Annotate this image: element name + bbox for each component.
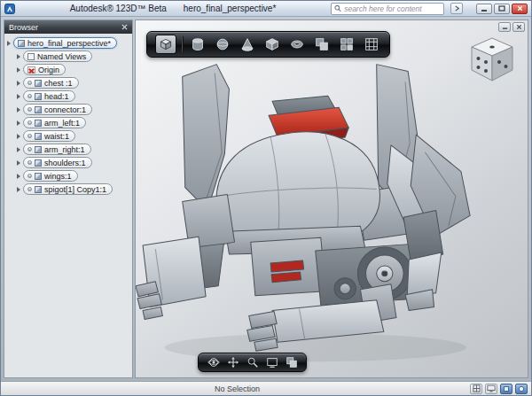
navigation-toolbar — [198, 353, 307, 372]
assembly-icon — [18, 40, 25, 47]
zoom-icon[interactable] — [245, 355, 260, 369]
pin-icon — [27, 174, 32, 178]
expander-icon[interactable] — [17, 174, 20, 179]
main-area: Browser hero_final_perspective* — [1, 17, 531, 381]
pin-icon — [27, 81, 32, 85]
tree-item-named-views[interactable]: Named Views — [17, 50, 129, 62]
display-monitor-icon[interactable] — [485, 384, 497, 394]
expander-icon[interactable] — [17, 67, 20, 73]
pan-icon[interactable] — [225, 355, 240, 369]
orbit-icon[interactable] — [206, 355, 221, 369]
expander-icon[interactable] — [17, 120, 20, 126]
tree-item-wings[interactable]: wings:1 — [17, 170, 129, 182]
views-icon — [27, 53, 35, 60]
cylinder-icon[interactable] — [188, 35, 207, 54]
expander-icon[interactable] — [17, 160, 20, 166]
tree-item-label: hero_final_perspective* — [27, 39, 111, 48]
grid-snap-icon[interactable] — [470, 384, 482, 394]
content-search — [331, 3, 444, 15]
pattern-icon[interactable] — [337, 35, 356, 54]
search-go-button[interactable] — [450, 3, 463, 14]
model-tree: hero_final_perspective* Named Views Orig… — [4, 34, 132, 198]
cone-icon[interactable] — [238, 35, 257, 54]
component-icon — [35, 80, 42, 87]
selection-status: No Selection — [215, 384, 260, 393]
doc-minimize-button[interactable] — [498, 22, 511, 32]
tree-item-label: shoulders:1 — [44, 159, 86, 167]
expander-icon[interactable] — [17, 107, 20, 113]
units-icon[interactable] — [500, 384, 512, 394]
status-icons — [470, 384, 528, 394]
component-icon — [35, 159, 42, 167]
app-title: Autodesk® 123D™ Beta — [70, 4, 167, 13]
app-menu-cube-icon[interactable] — [155, 35, 176, 54]
sphere-icon[interactable] — [213, 35, 232, 54]
minimize-button[interactable] — [476, 4, 492, 14]
expander-icon[interactable] — [17, 134, 20, 139]
expander-icon[interactable] — [17, 94, 20, 99]
tree-item-label: connector:1 — [44, 105, 86, 114]
expander-icon[interactable] — [17, 187, 20, 192]
box-icon[interactable] — [262, 35, 282, 54]
grid-icon[interactable] — [362, 35, 381, 54]
main-toolbar — [146, 31, 390, 58]
pin-icon — [27, 160, 32, 165]
tree-item-label: arm_left:1 — [44, 119, 80, 128]
tree-item-arm-right[interactable]: arm_right:1 — [17, 144, 129, 155]
pin-icon — [27, 147, 32, 151]
pin-icon — [27, 107, 32, 112]
tree-item-spigot-copy[interactable]: spigot[1] Copy1:1 — [17, 183, 129, 195]
search-input[interactable] — [344, 4, 441, 13]
pin-icon — [27, 134, 32, 138]
tree-item-root[interactable]: hero_final_perspective* — [7, 37, 129, 49]
search-icon — [334, 4, 341, 12]
expander-icon[interactable] — [7, 41, 11, 46]
document-title: hero_final_perspective* — [184, 4, 277, 13]
tree-item-connector[interactable]: connector:1 — [17, 104, 129, 115]
tree-item-label: spigot[1] Copy1:1 — [44, 185, 106, 194]
combine-icon[interactable] — [312, 35, 332, 54]
help-icon[interactable] — [515, 384, 528, 394]
browser-panel: Browser hero_final_perspective* — [4, 19, 133, 378]
doc-close-button[interactable] — [512, 22, 525, 32]
component-icon — [35, 186, 42, 193]
fit-view-icon[interactable] — [264, 355, 279, 369]
tree-item-waist[interactable]: waist:1 — [17, 130, 129, 142]
component-icon — [35, 106, 42, 113]
tree-item-label: wings:1 — [44, 172, 72, 181]
expander-icon[interactable] — [17, 147, 20, 152]
pin-icon — [27, 120, 32, 125]
browser-panel-title: Browser — [9, 23, 38, 32]
pin-icon — [27, 94, 32, 98]
viewport[interactable] — [135, 19, 528, 378]
component-icon — [35, 133, 42, 140]
tree-item-head[interactable]: head:1 — [17, 90, 129, 102]
maximize-button[interactable] — [494, 4, 510, 14]
display-settings-icon[interactable] — [284, 355, 299, 369]
torus-icon[interactable] — [287, 35, 307, 54]
pin-icon — [27, 187, 32, 191]
component-icon — [35, 146, 42, 153]
tree-item-label: Origin — [38, 66, 59, 74]
tree-item-chest[interactable]: chest :1 — [17, 77, 129, 89]
origin-hidden-icon — [27, 66, 35, 74]
view-cube[interactable] — [467, 35, 519, 86]
component-icon — [35, 173, 42, 180]
window-controls — [476, 4, 528, 14]
tree-item-origin[interactable]: Origin — [17, 64, 129, 75]
expander-icon[interactable] — [17, 81, 20, 86]
app-window: Autodesk® 123D™ Beta hero_final_perspect… — [0, 0, 532, 396]
tree-item-label: head:1 — [44, 92, 69, 101]
panel-close-icon[interactable] — [121, 24, 128, 30]
status-bar: No Selection — [1, 381, 531, 395]
title-bar: Autodesk® 123D™ Beta hero_final_perspect… — [1, 1, 531, 17]
tree-item-label: chest :1 — [44, 79, 73, 88]
toolbar-separator — [182, 36, 183, 52]
tree-item-arm-left[interactable]: arm_left:1 — [17, 117, 129, 128]
tree-item-label: waist:1 — [44, 132, 69, 141]
component-icon — [35, 93, 42, 100]
tree-item-shoulders[interactable]: shoulders:1 — [17, 157, 129, 168]
close-button[interactable] — [512, 4, 528, 14]
expander-icon[interactable] — [17, 54, 20, 59]
document-window-controls — [498, 22, 525, 32]
